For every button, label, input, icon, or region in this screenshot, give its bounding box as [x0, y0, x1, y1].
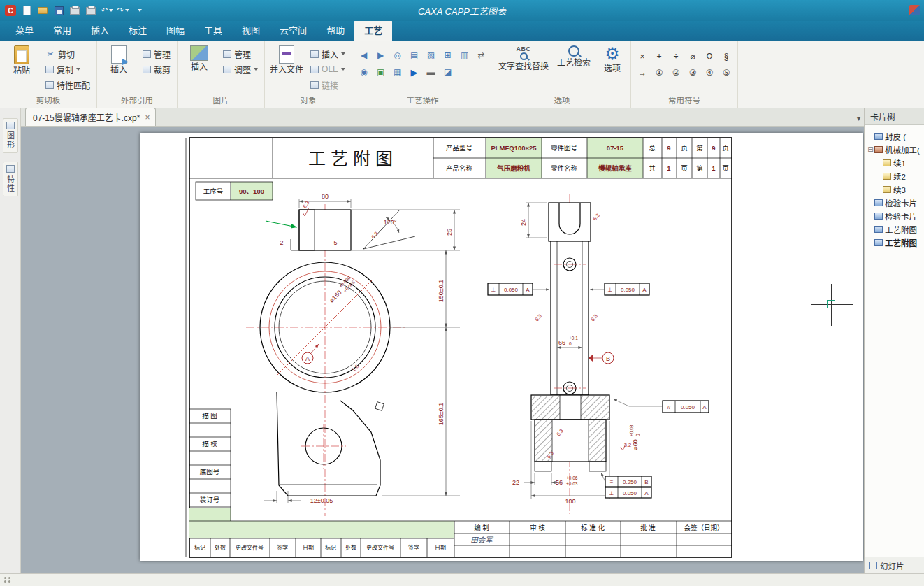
symbol-circled1-button[interactable]: ①: [652, 66, 666, 79]
side-tab-properties[interactable]: 特性: [3, 162, 18, 196]
next-card-button[interactable]: ▶: [373, 48, 388, 62]
process-sheet[interactable]: 工艺附图 产品型号 PLMFQ100×25 零件图号 07-15 总 9 页 第…: [140, 133, 863, 561]
document-close-icon[interactable]: ×: [145, 113, 150, 122]
paste-button[interactable]: 粘贴: [4, 43, 39, 76]
data-bar-button[interactable]: ▬: [424, 65, 438, 79]
picture-adjust-button[interactable]: 调整: [221, 62, 260, 76]
symbol-multiply-button[interactable]: ×: [635, 50, 649, 63]
picture-adjust-caret-icon[interactable]: [254, 68, 258, 71]
process-symbol-button[interactable]: ◎: [390, 48, 405, 62]
svg-text:签字: 签字: [408, 544, 419, 551]
symbol-diameter-button[interactable]: ⌀: [686, 50, 700, 63]
tab-help[interactable]: 帮助: [317, 20, 354, 41]
undo-caret-icon[interactable]: [109, 9, 113, 12]
tree-item-inspection2[interactable]: 检验卡片: [865, 209, 924, 222]
object-insert-caret-icon[interactable]: [341, 52, 345, 55]
symbol-circled5-button[interactable]: ⑤: [719, 66, 733, 79]
customize-toolbar-button[interactable]: [133, 4, 145, 17]
svg-text:更改文件号: 更改文件号: [236, 544, 264, 551]
symbol-section-button[interactable]: §: [719, 50, 733, 63]
tab-view[interactable]: 视图: [232, 20, 270, 41]
tree-item-cont2[interactable]: 续2: [865, 169, 924, 183]
print-preview-button[interactable]: [85, 4, 97, 17]
drawing-canvas[interactable]: 工艺附图 产品型号 PLMFQ100×25 零件图号 07-15 总 9 页 第…: [21, 127, 864, 573]
tree-item-cont1[interactable]: 续1: [865, 156, 924, 169]
redo-button[interactable]: ↷: [117, 4, 129, 17]
picture-manage-button[interactable]: 管理: [221, 47, 260, 61]
svg-text:9: 9: [712, 144, 715, 152]
tab-tools[interactable]: 工具: [194, 20, 232, 41]
tree-item-attached-drawing2[interactable]: 工艺附图: [865, 236, 924, 249]
tree-item-attached-drawing1[interactable]: 工艺附图: [865, 222, 924, 236]
symbol-arrow-button[interactable]: →: [635, 66, 649, 79]
compiled-by-signature: 田会军: [470, 536, 493, 544]
merge-file-icon: [279, 45, 294, 64]
card-grid-button[interactable]: ▥: [457, 48, 472, 62]
side-tab-graphics[interactable]: 图形: [3, 118, 18, 153]
print-button[interactable]: [68, 4, 81, 17]
symbol-plusminus-button[interactable]: ±: [652, 50, 666, 63]
table-grid-button[interactable]: ▦: [390, 65, 405, 79]
tab-menu[interactable]: 菜单: [6, 20, 43, 41]
gear-icon: ⚙: [605, 45, 620, 62]
fill-card-button[interactable]: ▣: [373, 65, 388, 79]
cut-button[interactable]: ✂ 剪切: [43, 47, 92, 61]
svg-text:底图号: 底图号: [200, 468, 220, 476]
tab-cloud[interactable]: 云空间: [270, 20, 317, 41]
symbol-circled2-button[interactable]: ②: [669, 66, 683, 79]
tab-annotate[interactable]: 标注: [119, 20, 157, 41]
play-slideshow-button[interactable]: ▶: [407, 65, 421, 79]
new-document-button[interactable]: [20, 4, 33, 17]
redo-caret-icon[interactable]: [125, 9, 129, 12]
settings-button[interactable]: ⚙ 选项: [598, 43, 626, 73]
tree-item-inspection1[interactable]: 检验卡片: [865, 196, 924, 209]
undo-button[interactable]: ↶: [101, 4, 113, 17]
scissors-icon: ✂: [45, 50, 55, 59]
document-list-caret-icon[interactable]: ▾: [857, 115, 860, 122]
format-brush-button[interactable]: ◪: [440, 65, 455, 79]
xref-clip-button[interactable]: 裁剪: [140, 62, 173, 76]
symbol-circled4-button[interactable]: ④: [702, 66, 716, 79]
tab-process[interactable]: 工艺: [354, 20, 392, 41]
merge-file-button[interactable]: 并入文件: [269, 43, 304, 75]
tab-insert[interactable]: 插入: [81, 20, 119, 41]
redo-icon: ↷: [117, 6, 124, 15]
open-card-button[interactable]: ▤: [407, 48, 421, 62]
xref-manage-button[interactable]: 管理: [140, 47, 173, 61]
new-card-button[interactable]: ⊞: [440, 48, 455, 62]
collapse-icon[interactable]: ⊟: [867, 145, 874, 153]
prev-card-button[interactable]: ◀: [356, 48, 371, 62]
slideshow-tab[interactable]: 幻灯片: [865, 557, 924, 573]
app-logo-icon[interactable]: C: [5, 5, 16, 16]
svg-text:0: 0: [635, 434, 640, 436]
process-search-button[interactable]: 工艺检索: [554, 43, 594, 68]
object-ole-button[interactable]: OLE: [308, 62, 347, 76]
dim-dia160: ⌀160: [328, 289, 343, 304]
xref-insert-button[interactable]: 插入: [101, 43, 136, 75]
copy-icon: [45, 66, 54, 73]
save-button[interactable]: [52, 4, 65, 17]
dim-25: 25: [446, 229, 453, 236]
open-button[interactable]: [36, 4, 49, 17]
document-tab[interactable]: 07-15慢辊轴承座工艺卡.cxp* ×: [25, 108, 156, 126]
find-replace-button[interactable]: ABC 文字查找替换: [498, 43, 549, 71]
tree-item-cover[interactable]: 封皮 (: [865, 129, 924, 143]
tree-item-cont3[interactable]: 续3: [865, 183, 924, 196]
edit-card-button[interactable]: ▧: [424, 48, 438, 62]
titlebar-corner-icon[interactable]: [909, 5, 920, 15]
match-properties-button[interactable]: 特性匹配: [43, 78, 92, 92]
symbol-circled3-button[interactable]: ③: [686, 66, 700, 79]
tab-sheet[interactable]: 图幅: [157, 20, 194, 41]
symbol-divide-button[interactable]: ÷: [669, 50, 683, 63]
circle-tool-button[interactable]: ◉: [356, 65, 371, 79]
picture-insert-button[interactable]: 插入: [182, 43, 217, 72]
tab-common[interactable]: 常用: [43, 20, 81, 41]
symbol-omega-button[interactable]: Ω: [702, 50, 716, 63]
tree-item-machining[interactable]: ⊟ 机械加工(: [865, 143, 924, 156]
swap-card-button[interactable]: ⇄: [474, 48, 489, 62]
copy-button[interactable]: 复制: [43, 62, 92, 76]
object-insert-button[interactable]: 插入: [308, 47, 347, 61]
copy-caret-icon[interactable]: [76, 68, 80, 71]
object-link-button[interactable]: 链接: [308, 78, 347, 92]
quick-access-toolbar: C ↶ ↷: [4, 4, 145, 17]
